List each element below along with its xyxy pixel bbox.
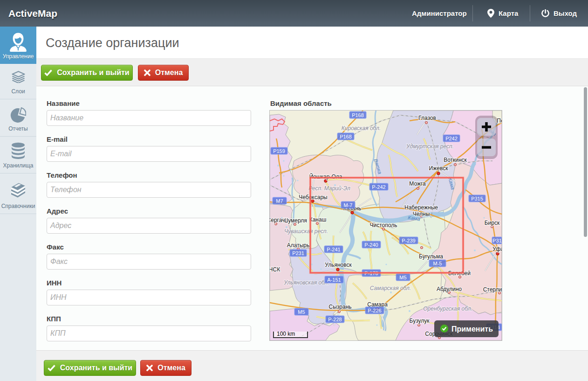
svg-text:P-226: P-226 xyxy=(368,308,381,313)
svg-text:P159: P159 xyxy=(273,148,285,154)
svg-text:Сергач: Сергач xyxy=(270,217,285,223)
svg-text:Самарская обл.: Самарская обл. xyxy=(370,285,411,291)
svg-text:Сызрань: Сызрань xyxy=(328,304,351,310)
svg-text:P242: P242 xyxy=(445,136,458,141)
svg-text:Бузулук: Бузулук xyxy=(410,318,430,324)
svg-text:Чистополь: Чистополь xyxy=(370,222,397,229)
svg-text:Можга: Можга xyxy=(409,180,426,187)
svg-text:Набережные: Набережные xyxy=(404,204,438,211)
svg-text:P168: P168 xyxy=(352,112,364,118)
svg-text:Ижевск: Ижевск xyxy=(429,165,449,172)
svg-text:M5: M5 xyxy=(298,309,305,315)
svg-text:Бугульма: Бугульма xyxy=(419,253,443,260)
svg-text:M-7: M-7 xyxy=(344,202,353,208)
svg-text:M-5: M-5 xyxy=(433,261,442,266)
svg-text:Оренбургская обл.: Оренбургская обл. xyxy=(423,305,472,312)
svg-text:P-240: P-240 xyxy=(364,242,378,248)
svg-text:P231: P231 xyxy=(292,250,304,256)
svg-text:Челны: Челны xyxy=(413,211,430,217)
svg-text:Алатырь: Алатырь xyxy=(287,242,309,249)
svg-text:M5: M5 xyxy=(399,275,406,280)
svg-text:Глазов: Глазов xyxy=(418,115,436,121)
svg-text:Ульяновская обл.: Ульяновская обл. xyxy=(283,279,329,286)
svg-text:Канаш: Канаш xyxy=(309,216,327,223)
svg-text:P-242: P-242 xyxy=(372,184,385,190)
svg-text:Бирск: Бирск xyxy=(485,220,500,226)
svg-text:P-239: P-239 xyxy=(402,238,415,243)
svg-text:Респ. Марий-Эл: Респ. Марий-Эл xyxy=(308,185,350,192)
svg-text:Уфа: Уфа xyxy=(492,246,502,252)
svg-text:Удмуртская респ.: Удмуртская респ. xyxy=(406,143,454,150)
svg-text:Воткинск: Воткинск xyxy=(444,157,467,163)
svg-text:Абдулино: Абдулино xyxy=(437,286,462,292)
svg-text:Кировская обл.: Кировская обл. xyxy=(342,125,381,132)
svg-text:P168: P168 xyxy=(340,134,352,139)
svg-text:P-241: P-241 xyxy=(327,247,340,252)
svg-text:Чувашская респ.: Чувашская респ. xyxy=(284,228,328,235)
svg-text:P315: P315 xyxy=(471,196,483,201)
svg-text:Стерлита: Стерлита xyxy=(483,286,502,293)
svg-text:P-228: P-228 xyxy=(328,317,342,322)
svg-text:Ульяновск: Ульяновск xyxy=(325,262,352,268)
svg-text:НСК: НСК xyxy=(270,266,280,273)
svg-text:P31: P31 xyxy=(492,238,502,243)
svg-text:A-151: A-151 xyxy=(327,277,341,283)
svg-text:Шумерля: Шумерля xyxy=(283,217,307,224)
svg-text:Чебоксары: Чебоксары xyxy=(299,194,327,201)
svg-text:M7: M7 xyxy=(276,198,283,204)
